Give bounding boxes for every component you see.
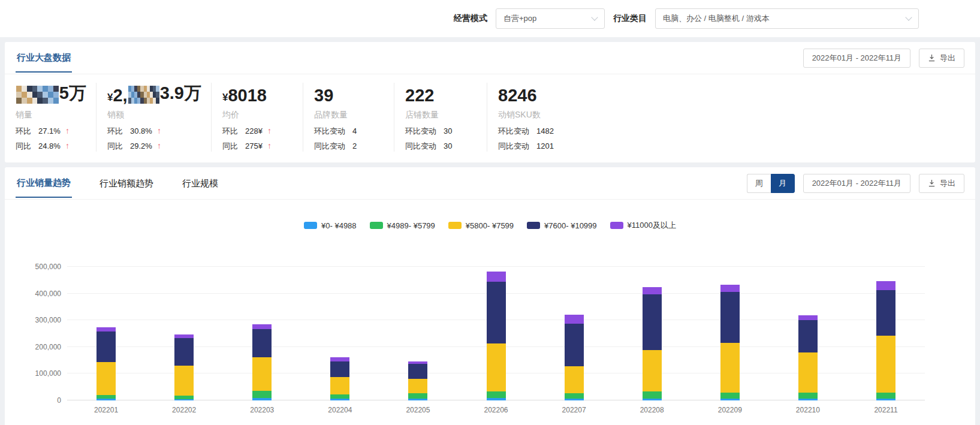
- legend-item-4[interactable]: ¥7600- ¥10999: [527, 221, 596, 230]
- business-mode-select[interactable]: 自营+pop: [496, 8, 605, 29]
- bar-segment: [252, 391, 272, 398]
- category-select[interactable]: 电脑、办公 / 电脑整机 / 游戏本: [655, 8, 919, 29]
- legend-item-3[interactable]: ¥5800- ¥7599: [448, 221, 514, 230]
- legend-item-1[interactable]: ¥0- ¥4988: [304, 221, 357, 230]
- stacked-bar-202202[interactable]: [174, 334, 194, 400]
- metric-key: 环比: [16, 126, 31, 135]
- kpi-value-text: 8018: [228, 86, 267, 106]
- kpi-metric-row: 同比变动30: [405, 141, 477, 152]
- bar-segment: [565, 366, 584, 393]
- kpi-label: 销额: [107, 110, 201, 120]
- stacked-bar-202201[interactable]: [97, 327, 116, 400]
- kpi-metric-row: 同比29.2%↑: [107, 141, 201, 152]
- bar-segment: [643, 399, 662, 400]
- tab-trend-2[interactable]: 行业销额趋势: [98, 169, 155, 197]
- stacked-bar-202204[interactable]: [330, 357, 349, 400]
- bar-segment: [252, 398, 272, 400]
- bar-segment: [487, 391, 506, 398]
- metric-key: 环比: [222, 126, 238, 135]
- tab-trend-1[interactable]: 行业销量趋势: [16, 168, 72, 198]
- period-toggle-week[interactable]: 周: [747, 174, 771, 193]
- stacked-bar-202209[interactable]: [720, 285, 740, 400]
- kpi-label: 动销SKU数: [498, 110, 609, 120]
- bar-segment: [330, 361, 349, 377]
- stacked-bar-202211[interactable]: [876, 281, 895, 400]
- stacked-bar-202207[interactable]: [565, 315, 584, 400]
- kpi-metric-row: 环比27.1%↑: [16, 126, 86, 137]
- stacked-bar-202203[interactable]: [252, 324, 272, 400]
- kpi-value-text: 39: [314, 86, 333, 106]
- legend-label: ¥5800- ¥7599: [466, 221, 514, 230]
- metric-value: 2: [352, 141, 357, 150]
- overview-export-button[interactable]: 导出: [919, 49, 964, 68]
- metric-key: 同比变动: [405, 141, 436, 150]
- kpi-value: 8246: [498, 84, 609, 106]
- x-axis-tick: 202204: [301, 406, 379, 414]
- x-axis-tick: 202206: [457, 406, 535, 414]
- stacked-bar-202206[interactable]: [487, 272, 506, 400]
- kpi-card-4: 39品牌数量环比变动4同比变动2: [303, 83, 394, 152]
- metric-value: 1482: [536, 126, 554, 135]
- bar-segment: [876, 290, 895, 336]
- kpi-value-text: 8246: [498, 86, 537, 106]
- metric-key: 同比变动: [314, 141, 345, 150]
- overview-date-range-button[interactable]: 2022年01月 - 2022年11月: [803, 49, 910, 68]
- trend-export-button[interactable]: 导出: [919, 174, 964, 193]
- metric-value: 1201: [536, 141, 554, 150]
- bar-segment: [174, 399, 194, 400]
- bar-segment: [174, 366, 194, 396]
- bar-segment: [798, 352, 818, 392]
- trend-date-range-button[interactable]: 2022年01月 - 2022年11月: [803, 174, 910, 193]
- currency-symbol: ¥: [222, 92, 228, 106]
- x-axis-tick: 202211: [847, 406, 925, 414]
- x-axis-tick: 202205: [379, 406, 457, 414]
- filter-bar: 经营模式 自营+pop 行业类目 电脑、办公 / 电脑整机 / 游戏本: [0, 0, 980, 37]
- sales-trend-chart: ¥0- ¥4988¥4989- ¥5799¥5800- ¥7599¥7600- …: [5, 200, 975, 425]
- business-mode-label: 经营模式: [454, 13, 487, 24]
- legend-item-2[interactable]: ¥4989- ¥5799: [370, 221, 435, 230]
- overview-card: 行业大盘数据 2022年01月 - 2022年11月 导出 5万销量环比27.1…: [5, 42, 975, 162]
- tab-trend-3[interactable]: 行业规模: [181, 169, 219, 197]
- metric-key: 环比变动: [314, 126, 345, 135]
- legend-chip: [448, 222, 462, 229]
- metric-key: 同比变动: [498, 141, 529, 150]
- x-axis-tick: 202208: [613, 406, 691, 414]
- bar-segment: [330, 357, 349, 361]
- y-axis-tick: 0: [57, 396, 61, 405]
- bar-segment: [876, 336, 895, 393]
- bar-segment: [97, 399, 116, 400]
- period-toggle-month[interactable]: 月: [771, 174, 795, 193]
- bar-slot-202206: [457, 267, 535, 400]
- kpi-row: 5万销量环比27.1%↑同比24.8%↑¥2,3.9万销额环比30.8%↑同比2…: [5, 74, 975, 162]
- legend-item-5[interactable]: ¥11000及以上: [610, 220, 676, 231]
- kpi-metric-row: 同比24.8%↑: [16, 141, 86, 152]
- kpi-metric-row: 同比变动1201: [498, 141, 609, 152]
- bar-segment: [408, 399, 427, 400]
- bar-segment: [876, 399, 895, 400]
- bar-segment: [408, 364, 427, 379]
- kpi-value-text: 2,: [113, 86, 127, 106]
- stacked-bar-202210[interactable]: [798, 315, 818, 400]
- x-axis-tick: 202207: [535, 406, 613, 414]
- up-arrow-icon: ↑: [267, 141, 272, 150]
- censored-mosaic: [16, 86, 59, 104]
- up-arrow-icon: ↑: [65, 126, 70, 135]
- tab-industry-overview[interactable]: 行业大盘数据: [16, 43, 72, 73]
- censored-mosaic: [128, 86, 159, 104]
- kpi-value: 222: [405, 84, 477, 106]
- bar-segment: [798, 320, 818, 352]
- metric-value: 228¥: [245, 126, 263, 135]
- metric-value: 30: [444, 126, 452, 135]
- metric-key: 同比: [222, 141, 238, 150]
- legend-chip: [527, 222, 540, 229]
- trend-tabs: 行业销量趋势行业销额趋势行业规模: [16, 167, 219, 199]
- bar-segment: [720, 393, 740, 399]
- stacked-bar-202205[interactable]: [408, 361, 427, 400]
- up-arrow-icon: ↑: [157, 126, 161, 135]
- metric-value: 24.8%: [38, 141, 61, 150]
- bar-segment: [252, 329, 272, 357]
- kpi-card-6: 8246动销SKU数环比变动1482同比变动1201: [487, 83, 619, 152]
- stacked-bar-202208[interactable]: [643, 287, 662, 400]
- bar-segment: [720, 343, 740, 393]
- x-axis-tick: 202203: [223, 406, 301, 414]
